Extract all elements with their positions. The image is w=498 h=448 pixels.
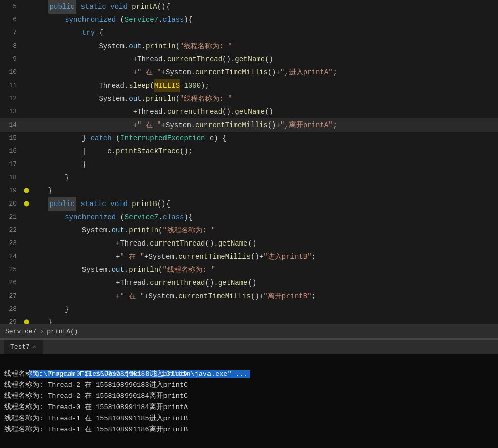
line-number-26: 26	[3, 276, 22, 290]
code-line-29: 29⬤ }	[0, 316, 498, 324]
line-number-7: 7	[3, 26, 22, 39]
breadcrumb-separator: ›	[39, 328, 44, 335]
line-number-16: 16	[3, 145, 22, 158]
terminal-tab-test7[interactable]: Test7 ×	[4, 340, 43, 355]
code-line-6: 6 synchronized (Service7.class){	[0, 13, 498, 26]
code-line-27: 27 +" 在 "+System.currentTimeMillis()+"离开…	[0, 290, 498, 303]
code-line-25: 25 System.out.println("线程名称为: "	[0, 263, 498, 276]
line-number-21: 21	[3, 211, 22, 224]
terminal-area: "C:\Program Files\Java\jdk1.8.0_131\bin\…	[0, 354, 498, 448]
code-line-9: 9 +Thread.currentThread().getName()	[0, 53, 498, 66]
code-lines: 5 public static void printA(){6 synchron…	[0, 0, 498, 324]
code-line-19: 19⬤ }	[0, 184, 498, 197]
line-icon-19: ⬤	[22, 184, 31, 197]
line-number-27: 27	[3, 290, 22, 303]
line-number-20: 20	[3, 197, 22, 211]
breadcrumb-method: printA()	[47, 328, 78, 335]
terminal-output-line: 线程名称为: Thread-1 在 1558108991186离开printB	[4, 424, 494, 435]
code-line-21: 21 synchronized (Service7.class){	[0, 211, 498, 224]
code-line-15: 15 } catch (InterruptedException e) {	[0, 132, 498, 145]
code-line-5: 5 public static void printA(){	[0, 0, 498, 13]
line-number-10: 10	[3, 66, 22, 79]
code-line-26: 26 +Thread.currentThread().getName()	[0, 276, 498, 290]
code-line-14: 14 +" 在 "+System.currentTimeMillis()+",离…	[0, 118, 498, 132]
code-line-22: 22 System.out.println("线程名称为: "	[0, 224, 498, 237]
breadcrumb-file: Service7	[5, 328, 36, 335]
code-line-17: 17 }	[0, 158, 498, 171]
terminal-output-line: 线程名称为: Thread-2 在 1558108990184离开printC	[4, 391, 494, 402]
line-icon-20: ⬤	[22, 197, 31, 211]
breadcrumb-bar: Service7 › printA()	[0, 324, 498, 338]
line-icon-29: ⬤	[22, 316, 31, 324]
terminal-output-line: 线程名称为: Thread-0 在 1558108991184离开printA	[4, 402, 494, 413]
line-number-23: 23	[3, 237, 22, 250]
line-number-24: 24	[3, 250, 22, 263]
code-line-24: 24 +" 在 "+System.currentTimeMillis()+"进入…	[0, 250, 498, 263]
line-number-29: 29	[3, 316, 22, 324]
line-number-18: 18	[3, 171, 22, 184]
code-line-7: 7 try {	[0, 26, 498, 39]
line-number-13: 13	[3, 105, 22, 118]
line-number-6: 6	[3, 13, 22, 26]
code-line-11: 11 Thread.sleep(MILLIS 1000);	[0, 79, 498, 92]
line-number-15: 15	[3, 132, 22, 145]
terminal-tabs: Test7 ×	[0, 339, 498, 354]
terminal-output-line: 线程名称为: Thread-2 在 1558108990183进入printC	[4, 380, 494, 391]
code-line-13: 13 +Thread.currentThread().getName()	[0, 105, 498, 118]
line-number-17: 17	[3, 158, 22, 171]
line-number-12: 12	[3, 92, 22, 105]
code-line-20: 20⬤ public static void printB(){	[0, 197, 498, 211]
line-number-28: 28	[3, 303, 22, 316]
line-number-25: 25	[3, 263, 22, 276]
terminal-tab-label: Test7	[10, 343, 30, 351]
terminal-output-line: 线程名称为: Thread-1 在 1558108991185进入printB	[4, 413, 494, 424]
line-number-9: 9	[3, 53, 22, 66]
line-number-5: 5	[3, 0, 22, 13]
code-line-12: 12 System.out.println("线程名称为: "	[0, 92, 498, 105]
line-number-22: 22	[3, 224, 22, 237]
code-line-10: 10 +" 在 "+System.currentTimeMillis()+",进…	[0, 66, 498, 79]
code-line-23: 23 +Thread.currentThread().getName()	[0, 237, 498, 250]
line-number-11: 11	[3, 79, 22, 92]
line-number-14: 14	[3, 118, 22, 132]
code-line-16: 16 | e.printStackTrace();	[0, 145, 498, 158]
code-line-28: 28 }	[0, 303, 498, 316]
terminal-tab-close[interactable]: ×	[33, 344, 36, 350]
line-number-8: 8	[3, 39, 22, 53]
code-line-8: 8 System.out.println("线程名称为: "	[0, 39, 498, 53]
line-number-19: 19	[3, 184, 22, 197]
editor-area: 5 public static void printA(){6 synchron…	[0, 0, 498, 324]
code-line-18: 18 }	[0, 171, 498, 184]
terminal-command-line: "C:\Program Files\Java\jdk1.8.0_131\bin\…	[4, 357, 494, 369]
